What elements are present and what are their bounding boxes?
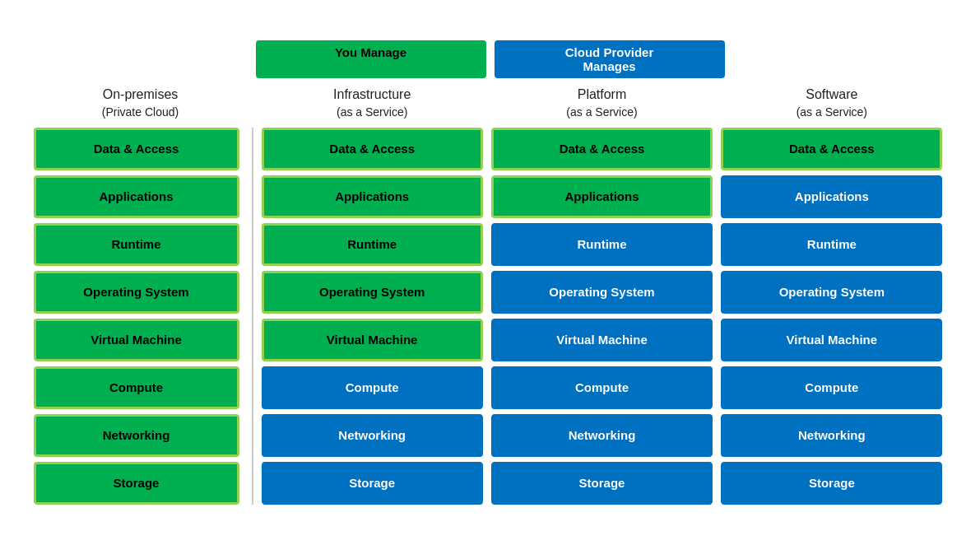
cloud-provider-label: Cloud ProviderManages — [495, 40, 725, 78]
col-header-iaas: Infrastructure(as a Service) — [258, 86, 487, 121]
iaas-applications: Applications — [262, 175, 483, 218]
saas-operating-system: Operating System — [721, 271, 942, 314]
iaas-networking: Networking — [262, 414, 483, 457]
paas-networking: Networking — [491, 414, 713, 457]
col-header-paas: Platform(as a Service) — [487, 86, 717, 121]
paas-operating-system: Operating System — [491, 271, 713, 314]
top-legend: You Manage Cloud ProviderManages — [256, 40, 947, 78]
iaas-operating-system: Operating System — [262, 271, 483, 314]
col-header-on-premises: On-premises(Private Cloud) — [34, 86, 248, 121]
on-prem-storage: Storage — [34, 462, 239, 505]
paas-runtime: Runtime — [491, 223, 713, 266]
on-prem-networking: Networking — [34, 414, 239, 457]
cloud-comparison-diagram: You Manage Cloud ProviderManages On-prem… — [17, 32, 964, 513]
on-prem-operating-system: Operating System — [34, 271, 239, 314]
saas-virtual-machine: Virtual Machine — [721, 319, 942, 361]
col-iaas: Data & Access Applications Runtime Opera… — [258, 128, 487, 505]
col-paas: Data & Access Applications Runtime Opera… — [487, 128, 717, 505]
saas-storage: Storage — [721, 462, 942, 505]
paas-data-access: Data & Access — [491, 128, 713, 170]
col-on-premises: Data & Access Applications Runtime Opera… — [34, 128, 248, 505]
iaas-storage: Storage — [262, 462, 483, 505]
iaas-virtual-machine: Virtual Machine — [262, 319, 483, 361]
col-saas: Data & Access Applications Runtime Opera… — [717, 128, 946, 505]
saas-applications: Applications — [721, 175, 942, 218]
saas-data-access: Data & Access — [721, 128, 942, 170]
col-header-saas: Software(as a Service) — [717, 86, 946, 121]
column-headers: On-premises(Private Cloud) Infrastructur… — [34, 86, 947, 121]
on-prem-data-access: Data & Access — [34, 128, 239, 170]
on-prem-runtime: Runtime — [34, 223, 239, 266]
on-prem-virtual-machine: Virtual Machine — [34, 319, 239, 361]
iaas-data-access: Data & Access — [262, 128, 483, 170]
on-prem-applications: Applications — [34, 175, 239, 218]
comparison-grid: Data & Access Applications Runtime Opera… — [34, 128, 947, 505]
paas-compute: Compute — [491, 366, 713, 409]
divider-1 — [252, 128, 253, 505]
on-prem-compute: Compute — [34, 366, 239, 409]
you-manage-label: You Manage — [256, 40, 486, 78]
saas-compute: Compute — [721, 366, 942, 409]
paas-applications: Applications — [491, 175, 713, 218]
iaas-compute: Compute — [262, 366, 483, 409]
paas-storage: Storage — [491, 462, 713, 505]
saas-networking: Networking — [721, 414, 942, 457]
saas-runtime: Runtime — [721, 223, 942, 266]
paas-virtual-machine: Virtual Machine — [491, 319, 713, 361]
iaas-runtime: Runtime — [262, 223, 483, 266]
